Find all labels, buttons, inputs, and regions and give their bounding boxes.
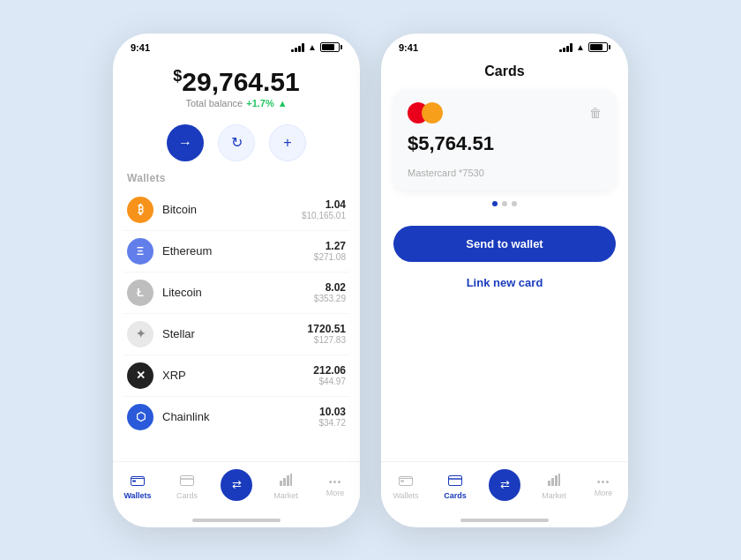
svg-rect-8 xyxy=(400,480,404,482)
battery-icon xyxy=(320,42,342,52)
list-item[interactable]: ₿ Bitcoin 1.04 $10,165.01 xyxy=(124,190,349,231)
chainlink-icon: ⬡ xyxy=(127,404,153,430)
litecoin-icon: Ł xyxy=(127,280,153,306)
dot-3 xyxy=(512,201,517,206)
battery-icon-2 xyxy=(588,42,610,52)
crypto-usd: $353.29 xyxy=(314,294,346,303)
nav-item-send[interactable]: ⇄ xyxy=(217,469,256,504)
dot-1 xyxy=(492,201,498,206)
crypto-name: Litecoin xyxy=(162,286,314,299)
link-new-card-button[interactable]: Link new card xyxy=(381,269,628,296)
home-indicator-2 xyxy=(460,519,549,522)
nav-item-market[interactable]: Market xyxy=(266,474,305,500)
crypto-amounts: 10.03 $34.72 xyxy=(318,406,346,428)
time-display-1: 9:41 xyxy=(131,42,150,53)
list-item[interactable]: Ξ Ethereum 1.27 $271.08 xyxy=(124,231,349,273)
more-nav-icon: ••• xyxy=(329,476,342,487)
card-display: 🗑 $5,764.51 Mastercard *7530 xyxy=(393,90,616,190)
up-arrow-icon: ▲ xyxy=(278,98,288,108)
nav-label-cards: Cards xyxy=(176,491,198,500)
balance-display: $29,764.51 xyxy=(127,67,346,96)
crypto-balance: 1.27 xyxy=(314,240,346,252)
cards-screen-content: Cards 🗑 $5,764.51 Mastercard *7530 xyxy=(381,56,628,527)
add-button[interactable]: + xyxy=(269,124,306,161)
wallet-screen-content: $29,764.51 Total balance +1.7% ▲ → ↻ + W… xyxy=(113,56,360,527)
wifi-icon-2: ▲ xyxy=(576,42,585,52)
crypto-name: Chainlink xyxy=(162,410,318,423)
nav-item-cards[interactable]: Cards xyxy=(168,474,206,500)
nav-label-cards-2: Cards xyxy=(444,491,467,500)
more-nav-icon-2: ••• xyxy=(597,476,610,487)
status-bar-2: 9:41 ▲ xyxy=(381,34,628,56)
svg-rect-6 xyxy=(290,474,292,486)
ethereum-icon: Ξ xyxy=(127,238,153,265)
nav-item-wallets-2[interactable]: Wallets xyxy=(386,474,425,500)
mastercard-logo xyxy=(408,102,443,123)
crypto-name: Bitcoin xyxy=(162,203,302,216)
signal-icon-2 xyxy=(559,43,573,52)
spacer xyxy=(381,296,628,461)
mc-orange-circle xyxy=(422,102,443,123)
crypto-name: XRP xyxy=(162,369,313,382)
time-display-2: 9:41 xyxy=(399,42,418,53)
xrp-icon: ✕ xyxy=(127,362,153,389)
svg-rect-3 xyxy=(280,481,282,486)
phones-container: 9:41 ▲ $29,764.51 xyxy=(113,34,628,527)
currency-symbol: $ xyxy=(173,67,182,85)
market-nav-icon xyxy=(280,474,292,489)
crypto-amounts: 212.06 $44.97 xyxy=(313,364,346,386)
wifi-icon: ▲ xyxy=(308,42,317,52)
dot-2 xyxy=(502,201,507,206)
status-bar-1: 9:41 ▲ xyxy=(113,34,360,56)
crypto-name: Stellar xyxy=(162,327,308,340)
delete-card-icon[interactable]: 🗑 xyxy=(589,106,602,120)
wallets-section-label: Wallets xyxy=(113,172,360,190)
refresh-button[interactable]: ↻ xyxy=(218,124,255,161)
svg-rect-1 xyxy=(132,480,136,482)
send-button[interactable]: → xyxy=(167,124,204,161)
crypto-balance: 212.06 xyxy=(313,364,346,377)
cards-nav-icon xyxy=(180,474,194,489)
list-item[interactable]: Ł Litecoin 8.02 $353.29 xyxy=(124,273,349,314)
phone-cards: 9:41 ▲ Cards xyxy=(381,34,628,527)
nav-label-wallets: Wallets xyxy=(124,491,151,500)
nav-item-market-2[interactable]: Market xyxy=(535,474,573,500)
bottom-nav-1: Wallets Cards ⇄ xyxy=(113,461,360,515)
crypto-amounts: 8.02 $353.29 xyxy=(314,281,346,303)
home-indicator-1 xyxy=(192,519,281,522)
action-buttons: → ↻ + xyxy=(113,117,360,172)
crypto-balance: 10.03 xyxy=(318,406,346,418)
nav-item-more[interactable]: ••• More xyxy=(316,476,355,497)
wallet-list: ₿ Bitcoin 1.04 $10,165.01 Ξ Ethereum 1.2… xyxy=(113,190,360,461)
nav-item-send-2[interactable]: ⇄ xyxy=(485,469,524,504)
nav-item-wallets[interactable]: Wallets xyxy=(118,474,157,500)
nav-label-wallets-2: Wallets xyxy=(393,491,418,500)
wallets-nav-icon-2 xyxy=(399,474,413,489)
balance-subtitle: Total balance +1.7% ▲ xyxy=(127,98,346,108)
nav-item-more-2[interactable]: ••• More xyxy=(584,476,623,497)
nav-label-more-2: More xyxy=(595,489,613,497)
balance-label: Total balance xyxy=(185,98,243,108)
nav-label-market-2: Market xyxy=(542,491,566,500)
balance-section: $29,764.51 Total balance +1.7% ▲ xyxy=(113,56,360,117)
list-item[interactable]: ✕ XRP 212.06 $44.97 xyxy=(124,355,349,397)
send-to-wallet-button[interactable]: Send to wallet xyxy=(393,226,616,262)
list-item[interactable]: ✦ Stellar 1720.51 $127.83 xyxy=(124,314,349,355)
list-item[interactable]: ⬡ Chainlink 10.03 $34.72 xyxy=(124,397,349,437)
send-nav-icon-2: ⇄ xyxy=(489,469,520,501)
svg-rect-10 xyxy=(548,481,550,486)
balance-amount-value: 29,764.51 xyxy=(182,67,299,96)
cards-screen-title: Cards xyxy=(381,56,628,90)
card-balance: $5,764.51 xyxy=(408,132,602,155)
nav-label-market: Market xyxy=(273,491,298,500)
crypto-amounts: 1.27 $271.08 xyxy=(314,240,346,262)
status-icons-1: ▲ xyxy=(291,42,342,52)
svg-rect-13 xyxy=(558,474,560,486)
crypto-balance: 1720.51 xyxy=(308,323,346,335)
nav-item-cards-2[interactable]: Cards xyxy=(436,474,475,500)
crypto-usd: $34.72 xyxy=(318,418,346,428)
crypto-usd: $44.97 xyxy=(313,377,346,386)
crypto-amounts: 1720.51 $127.83 xyxy=(308,323,346,345)
crypto-usd: $10,165.01 xyxy=(302,211,346,220)
status-icons-2: ▲ xyxy=(559,42,610,52)
